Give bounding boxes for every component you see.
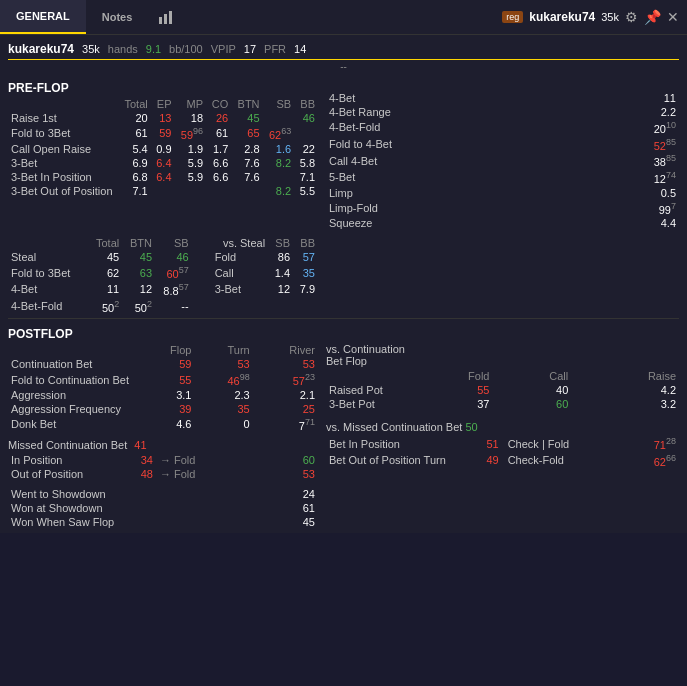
reg-badge: reg (502, 11, 523, 23)
vs-missed-cb-section: vs. Missed Continuation Bet 50 Bet In Po… (326, 421, 679, 468)
pin-icon[interactable]: 📌 (644, 9, 661, 25)
gear-icon[interactable]: ⚙ (625, 9, 638, 25)
vs-cb-section: vs. ContinuationBet Flop Fold Call Raise (326, 343, 679, 411)
ip-op-table: In Position 34 → Fold 60 Out of Position… (8, 453, 318, 481)
table-row: Bet In Position 51 Check | Fold 7128 (326, 435, 679, 452)
table-row: Raise 1st 20 13 18 26 45 46 (8, 111, 318, 125)
table-row: 4-Bet-Fold 502 502 -- (8, 298, 318, 315)
table-row: 4-Bet-Fold 2010 (326, 119, 679, 136)
pfr-value: 14 (294, 43, 306, 55)
hands-display: 35k (601, 11, 619, 23)
vs-missed-cb-val: 50 (465, 421, 477, 433)
svg-rect-1 (164, 14, 167, 24)
showdown-table: Went to Showdown 24 Won at Showdown 61 W… (8, 487, 318, 529)
table-row: Steal 45 45 46 Fold 86 57 (8, 250, 318, 264)
postflop-section: POSTFLOP Flop Turn River (8, 327, 679, 528)
table-row: Call Open Raise 5.4 0.9 1.9 1.7 2.8 1.6 … (8, 142, 318, 156)
table-row: 3-Bet 6.9 6.4 5.9 6.6 7.6 8.2 5.8 (8, 156, 318, 170)
table-row: Limp-Fold 997 (326, 200, 679, 217)
section-divider (8, 318, 679, 319)
table-row: 5-Bet 1274 (326, 169, 679, 186)
table-row: Out of Position 48 → Fold 53 (8, 467, 318, 481)
table-row: Call 4-Bet 3885 (326, 152, 679, 169)
player-info-row: kukareku74 35k hands 9.1 bb/100 VPIP 17 … (8, 39, 679, 60)
vpip-value: 17 (244, 43, 256, 55)
postflop-table: Flop Turn River Continuation Bet 59 53 5… (8, 343, 318, 432)
svg-rect-0 (159, 17, 162, 24)
table-row: Went to Showdown 24 (8, 487, 318, 501)
chart-icon[interactable] (152, 3, 180, 31)
pfr-label: PFR (264, 43, 286, 55)
player-name: kukareku74 (8, 42, 74, 56)
table-row: Limp 0.5 (326, 186, 679, 200)
steal-left: Total BTN SB vs. Steal SB BB Steal 45 (8, 236, 318, 314)
header-bar: GENERAL Notes reg kukareku74 35k ⚙ 📌 ✕ (0, 0, 687, 35)
postflop-left: Flop Turn River Continuation Bet 59 53 5… (8, 343, 318, 528)
svg-rect-2 (169, 11, 172, 24)
header-right: reg kukareku74 35k ⚙ 📌 ✕ (502, 9, 687, 25)
table-row: Fold to 3Bet 61 59 5996 61 65 6263 (8, 125, 318, 142)
steal-section: Total BTN SB vs. Steal SB BB Steal 45 (8, 236, 679, 314)
postflop-title: POSTFLOP (8, 327, 679, 341)
vpip-label: VPIP (211, 43, 236, 55)
vs-cb-table: Fold Call Raise Raised Pot 55 40 (326, 369, 679, 411)
table-row: 4-Bet 11 (326, 91, 679, 105)
preflop-title: PRE-FLOP (8, 81, 318, 95)
bb100-label: bb/100 (169, 43, 203, 55)
player-hands: 35k (82, 43, 100, 55)
bb100-value: 9.1 (146, 43, 161, 55)
app-container: GENERAL Notes reg kukareku74 35k ⚙ 📌 ✕ k… (0, 0, 687, 533)
table-row: Won When Saw Flop 45 (8, 515, 318, 529)
table-row: Donk Bet 4.6 0 771 (8, 416, 318, 433)
hands-label: hands (108, 43, 138, 55)
preflop-table: Total EP MP CO BTN SB BB Raise 1st 20 (8, 97, 318, 198)
steal-table: Total BTN SB vs. Steal SB BB Steal 45 (8, 236, 318, 314)
preflop-section: PRE-FLOP Total EP MP CO BTN SB BB (8, 73, 679, 230)
vs-missed-cb-title: vs. Missed Continuation Bet 50 (326, 421, 679, 433)
table-row: Squeeze 4.4 (326, 216, 679, 230)
missed-cb-val: 41 (134, 439, 146, 451)
right-stats-table: 4-Bet 11 4-Bet Range 2.2 4-Bet-Fold 2010 (326, 91, 679, 230)
missed-cb-section: Missed Continuation Bet 41 (8, 439, 318, 451)
table-row: Won at Showdown 61 (8, 501, 318, 515)
username-display: kukareku74 (529, 10, 595, 24)
table-row: Continuation Bet 59 53 53 (8, 357, 318, 371)
table-row: 3-Bet Pot 37 60 3.2 (326, 397, 679, 411)
vs-cb-title: vs. ContinuationBet Flop (326, 343, 679, 367)
postflop-main: Flop Turn River Continuation Bet 59 53 5… (8, 343, 679, 528)
showdown-section: Went to Showdown 24 Won at Showdown 61 W… (8, 487, 318, 529)
postflop-right: vs. ContinuationBet Flop Fold Call Raise (318, 343, 679, 528)
tab-notes[interactable]: Notes (86, 0, 149, 34)
preflop-right: 4-Bet 11 4-Bet Range 2.2 4-Bet-Fold 2010 (318, 73, 679, 230)
table-row: In Position 34 → Fold 60 (8, 453, 318, 467)
preflop-left: PRE-FLOP Total EP MP CO BTN SB BB (8, 73, 318, 230)
table-row: Aggression 3.1 2.3 2.1 (8, 388, 318, 402)
table-row: Fold to 3Bet 62 63 6057 Call 1.4 35 (8, 264, 318, 281)
tab-general[interactable]: GENERAL (0, 0, 86, 34)
table-row: Fold to Continuation Bet 55 4698 5723 (8, 371, 318, 388)
missed-cb-label: Missed Continuation Bet (8, 439, 127, 451)
table-row: 4-Bet 11 12 8.857 3-Bet 12 7.9 (8, 281, 318, 298)
table-row: 4-Bet Range 2.2 (326, 105, 679, 119)
table-row: 3-Bet In Position 6.8 6.4 5.9 6.6 7.6 7.… (8, 170, 318, 184)
table-row: 3-Bet Out of Position 7.1 8.2 5.5 (8, 184, 318, 198)
close-icon[interactable]: ✕ (667, 9, 679, 25)
table-row: Bet Out of Position Turn 49 Check-Fold 6… (326, 452, 679, 469)
table-row: Fold to 4-Bet 5285 (326, 136, 679, 153)
table-row: Aggression Frequency 39 35 25 (8, 402, 318, 416)
main-content: kukareku74 35k hands 9.1 bb/100 VPIP 17 … (0, 35, 687, 533)
vs-missed-cb-table: Bet In Position 51 Check | Fold 7128 Bet… (326, 435, 679, 468)
table-row: Raised Pot 55 40 4.2 (326, 383, 679, 397)
